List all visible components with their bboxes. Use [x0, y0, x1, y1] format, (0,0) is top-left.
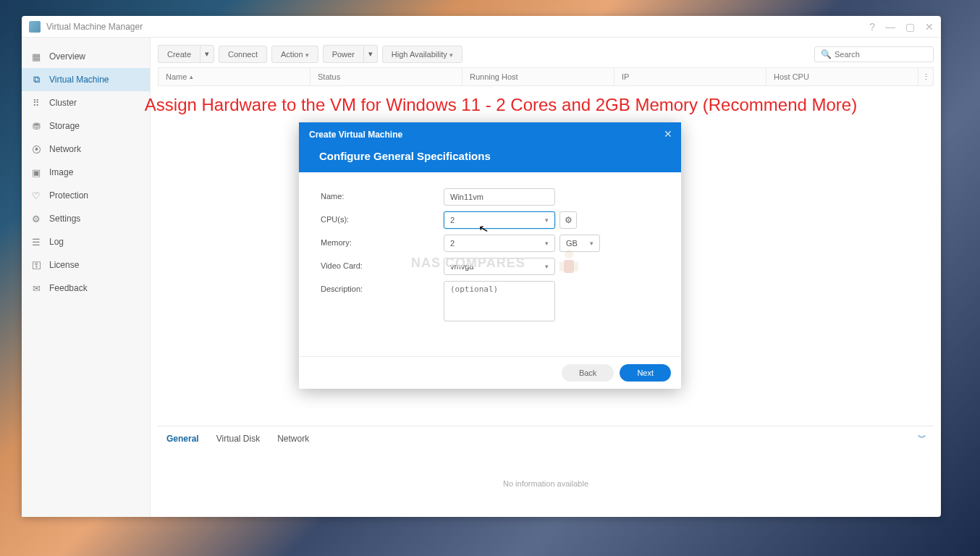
label-video: Video Card: — [321, 258, 444, 270]
video-value: vmvga — [450, 262, 473, 271]
row-video: Video Card: vmvga ▾ — [321, 258, 659, 275]
cpu-select[interactable]: 2 ▾ — [444, 211, 555, 229]
back-button[interactable]: Back — [562, 364, 614, 382]
modal-title-small: Create Virtual Machine — [309, 130, 671, 140]
memory-unit-value: GB — [566, 239, 578, 248]
modal-title-large: Configure General Specifications — [319, 150, 671, 162]
memory-unit-select[interactable]: GB ▾ — [559, 235, 600, 252]
cpu-settings-button[interactable]: ⚙ — [559, 211, 577, 229]
description-textarea[interactable] — [444, 281, 555, 321]
chevron-down-icon: ▾ — [545, 216, 549, 224]
row-memory: Memory: 2 ▾ GB ▾ — [321, 235, 659, 252]
modal-footer: Back Next — [299, 356, 681, 389]
modal-header: Create Virtual Machine Configure General… — [299, 122, 681, 172]
label-memory: Memory: — [321, 235, 444, 247]
cpu-value: 2 — [450, 216, 455, 224]
video-card-select[interactable]: vmvga ▾ — [444, 258, 555, 275]
create-vm-modal: Create Virtual Machine Configure General… — [299, 122, 681, 389]
row-name: Name: — [321, 188, 659, 206]
row-description: Description: — [321, 281, 659, 321]
chevron-down-icon: ▾ — [545, 240, 549, 247]
chevron-down-icon: ▾ — [545, 263, 549, 270]
next-button[interactable]: Next — [620, 364, 671, 382]
label-cpu: CPU(s): — [321, 211, 444, 224]
gear-icon: ⚙ — [565, 215, 573, 225]
label-name: Name: — [321, 188, 444, 201]
row-cpu: CPU(s): 2 ▾ ⚙ — [321, 211, 659, 229]
label-description: Description: — [321, 281, 444, 293]
modal-body: NAS COMPARES Name: CPU(s): 2 ▾ ⚙ — [299, 172, 681, 356]
modal-backdrop: Create Virtual Machine Configure General… — [0, 0, 980, 556]
name-input[interactable] — [444, 188, 555, 206]
memory-value: 2 — [450, 239, 455, 248]
chevron-down-icon: ▾ — [590, 240, 594, 247]
modal-close-icon[interactable]: ✕ — [664, 128, 672, 140]
memory-select[interactable]: 2 ▾ — [444, 235, 555, 252]
